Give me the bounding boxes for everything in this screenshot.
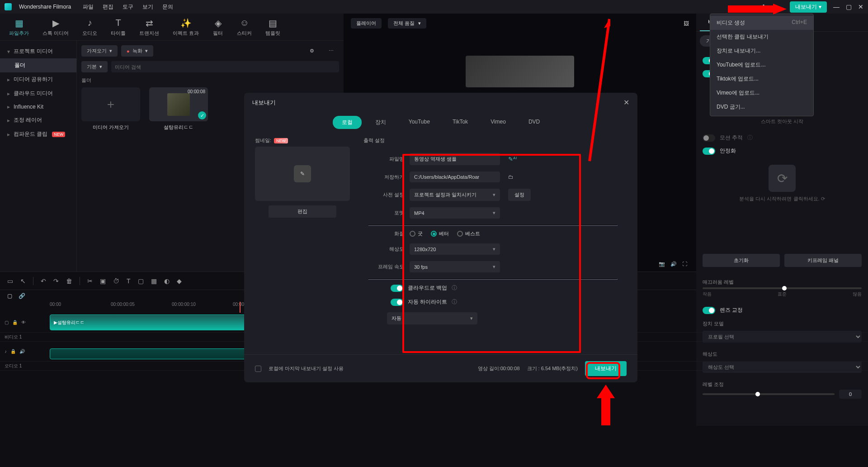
modal-tab-tiktok[interactable]: TikTok [443,116,477,129]
snapshot-icon[interactable]: 📷 [659,261,665,267]
tl-redo-icon[interactable]: ↷ [53,277,59,285]
folder-icon[interactable]: 🗀 [508,174,514,180]
import-media-card[interactable]: + 미디어 가져오기 [81,87,140,131]
modal-close-icon[interactable]: ✕ [623,98,629,107]
minimize-button[interactable]: — [833,3,840,10]
fps-select[interactable]: 30 fps▾ [410,261,500,272]
menu-tool[interactable]: 도구 [123,3,133,11]
media-clip-card[interactable]: 00:00:08 ✓ 설탕유리ㄷㄷ [149,87,208,131]
thumbnail-preview[interactable]: ✎ [255,147,350,201]
preset-settings-button[interactable]: 설정 [508,189,531,201]
modal-tab-dvd[interactable]: DVD [519,116,549,129]
remember-checkbox[interactable] [255,366,261,372]
reset-button[interactable]: 초기화 [703,254,780,267]
tl-crop-icon[interactable]: ▣ [100,277,106,285]
info-icon[interactable]: ⓘ [452,284,457,292]
download-icon[interactable]: ⬇ [759,2,768,11]
saveto-input[interactable]: C:/Users/black/AppData/Roar [410,172,500,182]
picture-icon[interactable]: 🖼 [684,20,689,27]
modal-tab-youtube[interactable]: YouTube [400,116,439,129]
export-menu-vimeo[interactable]: Vimeo에 업로드... [710,86,813,100]
sidebar-share[interactable]: ▸미디어 공유하기 [0,72,76,86]
tl-mark-icon[interactable]: ◆ [177,277,182,285]
tab-title[interactable]: T타이틀 [111,18,126,37]
tab-audio[interactable]: ♪오디오 [82,18,97,37]
export-menu-tiktok[interactable]: Tiktok에 업로드... [710,72,813,86]
quality-best[interactable]: 베스트 [457,230,480,237]
export-menu-youtube[interactable]: YouTube에 업로드... [710,58,813,72]
motion-toggle[interactable] [703,134,715,142]
quality-select[interactable]: 전체 품질▾ [388,18,426,29]
auto-highlight-toggle[interactable] [391,299,403,306]
filename-input[interactable]: 동영상 역재생 샘플 [410,153,500,165]
fullscreen-icon[interactable]: ⛶ [682,261,687,267]
resolution-select-modal[interactable]: 1280x720▾ [410,243,500,255]
tl-layer-icon[interactable]: ▢ [138,277,144,285]
layout-icon[interactable]: ▭ [728,2,737,11]
sidebar-cloud[interactable]: ▸클라우드 미디어 [0,86,76,100]
tl-cut-icon[interactable]: ✂ [87,277,93,285]
sidebar-project-media[interactable]: ▾프로젝트 미디어 [0,44,76,58]
tab-effect[interactable]: ✨이펙트 효과 [173,18,199,37]
import-dropdown[interactable]: 가져오기▾ [81,45,118,57]
sidebar-adjust[interactable]: ▸조정 레이어 [0,113,76,127]
quality-better[interactable]: 베터 [431,230,449,237]
stabilize-toggle[interactable] [703,148,715,155]
modal-tab-vimeo[interactable]: Vimeo [481,116,515,129]
cloud-icon[interactable]: ☁ [744,2,753,11]
edit-thumbnail-button[interactable]: 편집 [269,205,336,218]
tl-delete-icon[interactable]: 🗑 [66,277,72,285]
playhead[interactable] [240,302,241,313]
tab-filter[interactable]: ◈필터 [212,18,223,37]
modal-tab-local[interactable]: 로컬 [333,116,362,129]
tl-text-icon[interactable]: T [127,277,131,285]
tab-import[interactable]: ▦파일추가 [9,18,29,37]
tl-color-icon[interactable]: ◐ [164,277,170,285]
sidebar-compound[interactable]: ▸컴파운드 클립NEW [0,127,76,141]
more-icon[interactable]: ⋯ [323,46,339,56]
menu-file[interactable]: 파일 [83,3,94,11]
menu-view[interactable]: 보기 [142,3,153,11]
sidebar-influence[interactable]: ▸Influence Kit [0,100,76,113]
export-menu-create[interactable]: 비디오 생성 Ctrl+E [710,16,813,30]
cloud-sync-icon[interactable]: ☁ [774,2,783,11]
sidebar-folder[interactable]: 폴더 [0,58,76,72]
level-value[interactable]: 0 [839,390,862,399]
filter-icon[interactable]: ⚙ [304,46,320,56]
stabilize-icon[interactable]: ⟳ [769,165,796,192]
tl-undo-icon[interactable]: ↶ [41,277,46,285]
record-dropdown[interactable]: ●녹화▾ [121,45,153,57]
export-menu-device[interactable]: 장치로 내보내기... [710,44,813,58]
audio-track-head[interactable]: ♪🔒🔊 [0,349,50,354]
cloud-backup-toggle[interactable] [391,285,403,292]
menu-help[interactable]: 문의 [162,3,173,11]
export-action-button[interactable]: 내보내기 [585,361,627,376]
level-slider[interactable] [703,393,835,395]
tab-sticker[interactable]: ☺스티커 [237,18,252,37]
tl-link-icon[interactable]: 🔗 [19,293,25,299]
tab-template[interactable]: ▤템플릿 [265,18,280,37]
keyframe-button[interactable]: 키프레임 패널 [784,254,862,267]
ai-name-icon[interactable]: ✎ᴬᴵ [508,156,517,162]
smooth-slider[interactable] [703,287,862,289]
tl-group-icon[interactable]: ▦ [151,277,157,285]
quality-good[interactable]: 굿 [410,230,423,237]
tab-stock[interactable]: ▶스톡 미디어 [42,18,69,37]
tl-attach-icon[interactable]: ▢ [7,293,12,299]
video-track-head[interactable]: ▢🔒👁 [0,320,50,325]
sort-basic[interactable]: 기본▾ [81,61,108,72]
media-search-input[interactable] [111,61,339,72]
modal-tab-device[interactable]: 장치 [366,116,395,129]
preset-select[interactable]: 프로젝트 설정과 일치시키기▾ [410,189,500,201]
export-button[interactable]: 내보내기 ▾ [790,1,827,13]
tl-speed-icon[interactable]: ⏱ [113,277,119,285]
format-select[interactable]: MP4▾ [410,207,500,219]
auto-select[interactable]: 자동▾ [387,312,477,324]
volume-icon[interactable]: 🔊 [670,261,677,267]
tl-select-icon[interactable]: ▭ [7,277,13,285]
tab-transition[interactable]: ⇄트랜지션 [139,18,159,37]
info-icon-2[interactable]: ⓘ [452,298,457,306]
menu-edit[interactable]: 편집 [103,3,113,11]
player-select[interactable]: 플레이어 [351,18,382,29]
export-menu-dvd[interactable]: DVD 굽기... [710,100,813,114]
